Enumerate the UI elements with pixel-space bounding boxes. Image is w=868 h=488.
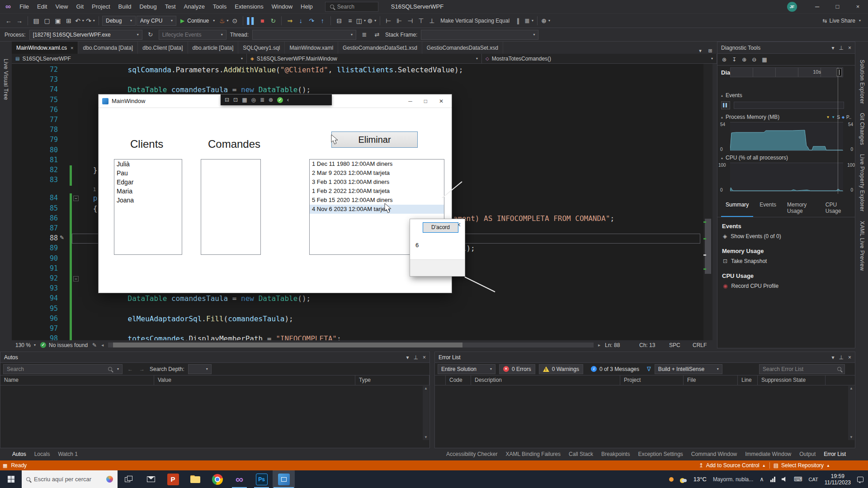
diag-tab-memory-usage[interactable]: Memory Usage (783, 200, 819, 217)
taskbar-task-view[interactable] (118, 470, 140, 488)
search-input[interactable]: Search ▾ (3, 364, 123, 374)
code-text[interactable]: { (93, 204, 98, 213)
collapse-toolbar-icon[interactable]: ‹ (287, 97, 289, 103)
display-layout-adorners-icon[interactable]: ▦ (242, 97, 247, 103)
step-into-icon[interactable]: ↓ (296, 15, 306, 26)
rail-tab-git-changes[interactable]: Git Changes (859, 113, 865, 145)
xaml-hot-reload-options-icon[interactable]: ◫▾ (356, 15, 366, 26)
space-indicator[interactable]: SPC (669, 342, 688, 348)
show-events-link[interactable]: ◈ Show Events (0 of 0) (717, 230, 855, 242)
live-share-button[interactable]: ⇆Live Share▾ (819, 18, 864, 24)
taskbar-wpf-app[interactable] (273, 470, 295, 488)
menu-edit[interactable]: Edit (33, 3, 51, 10)
doc-tab[interactable]: GestioComandesDataSet.xsd (422, 42, 503, 54)
solution-platform-dropdown[interactable]: Any CPU▾ (137, 16, 176, 26)
taskbar-photoshop[interactable]: Ps (250, 470, 273, 488)
editor-vertical-scrollbar[interactable] (703, 64, 712, 340)
list-item[interactable]: 4 Nov 6 2023 12:00AM tarjeta (310, 205, 444, 214)
weather-condition[interactable]: Mayorm. nubla... (713, 476, 753, 483)
close-icon[interactable]: × (423, 354, 426, 361)
panel-tab-watch-1[interactable]: Watch 1 (54, 448, 82, 460)
network-icon[interactable] (770, 477, 775, 482)
language-indicator[interactable]: CAT (809, 477, 818, 482)
maximize-button[interactable]: □ (827, 0, 848, 14)
cpu-section-header[interactable]: ▴CPU (% of all processors) (717, 153, 855, 163)
code-cleanup-icon[interactable]: ✎ (92, 342, 97, 348)
add-to-source-control-button[interactable]: ↥ Add to Source Control ▲ (699, 462, 766, 469)
solution-configuration-dropdown[interactable]: Debug▾ (102, 16, 136, 26)
error-search-input[interactable]: Search Error List (759, 364, 845, 374)
menu-debug[interactable]: Debug (135, 3, 160, 10)
show-threads-icon[interactable]: ≣ (360, 31, 369, 38)
prev-result-icon[interactable]: ← (126, 366, 134, 372)
thread-dropdown[interactable]: ▾ (252, 30, 356, 40)
close-icon[interactable]: × (848, 354, 851, 361)
zoom-level-dropdown[interactable]: 130 %▾ (15, 342, 36, 348)
panel-tab-accessibility-checker[interactable]: Accessibility Checker (442, 448, 501, 460)
apply-code-changes-icon[interactable]: ⊙ (230, 15, 240, 26)
show-visual-tree-icon[interactable]: ≣ (260, 97, 264, 103)
column-name[interactable]: Name (0, 375, 154, 385)
pin-icon[interactable]: ⊥ (414, 354, 418, 361)
menu-project[interactable]: Project (88, 3, 114, 10)
diag-tab-cpu-usage[interactable]: CPU Usage (821, 200, 851, 217)
list-item[interactable]: Pau (114, 169, 182, 178)
horizontal-scrollbar[interactable] (108, 343, 594, 347)
align-centers-icon[interactable]: ⊩ (394, 15, 404, 26)
pin-icon[interactable]: ⊥ (839, 45, 844, 51)
close-tab-icon[interactable]: × (71, 45, 73, 51)
rail-tab-live-visual-tree[interactable]: Live Visual Tree (3, 59, 9, 100)
redo-icon[interactable]: ↷▾ (85, 15, 95, 26)
column-icon[interactable] (435, 375, 446, 385)
taskbar-powerpoint[interactable]: P (162, 470, 184, 488)
account-avatar[interactable]: JF (787, 2, 797, 12)
app-minimize-button[interactable]: ─ (408, 98, 412, 104)
breadcrumb-class[interactable]: ◈S16SQLServerWPF.MainWindow▾ (247, 54, 482, 63)
panel-tab-output[interactable]: Output (795, 448, 820, 460)
process-dropdown[interactable]: [18276] S16SQLServerWPF.exe▾ (29, 30, 142, 40)
list-item[interactable]: Maria (114, 187, 182, 196)
scrollbar-thumb[interactable] (113, 343, 462, 347)
select-element-icon[interactable]: ⊡ (233, 97, 238, 103)
stop-debugging-icon[interactable]: ■ (257, 15, 267, 26)
column-type[interactable]: Type (355, 375, 429, 385)
source-dropdown[interactable]: Build + IntelliSense▾ (655, 364, 722, 374)
fold-marker-icon[interactable]: − (73, 276, 79, 282)
errors-filter-button[interactable]: × 0 Errors (499, 364, 535, 374)
doc-tab[interactable]: dbo.Comanda [Data] (78, 42, 138, 54)
taskbar-mail[interactable] (140, 470, 162, 488)
show-next-statement-icon[interactable]: ⇒ (285, 15, 295, 26)
record-cpu-profile-link[interactable]: ◉ Record CPU Profile (717, 280, 855, 292)
open-file-icon[interactable]: ▢ (42, 15, 52, 26)
column-description[interactable]: Description (471, 375, 620, 385)
clients-listbox[interactable]: JuliàPauEdgarMariaJoana (114, 159, 182, 255)
background-tasks-icon[interactable]: ▦ (3, 463, 7, 469)
scroll-left-icon[interactable]: ◂ (101, 343, 104, 347)
list-item[interactable]: 3 Feb 1 2003 12:00AM diners (310, 178, 444, 187)
list-item[interactable]: 2 Mar 9 2023 12:00AM tarjeta (310, 169, 444, 178)
search-depth-dropdown[interactable]: ▾ (188, 364, 212, 374)
live-visual-tree-icon[interactable]: ⊟ (334, 15, 344, 26)
column-indicator[interactable]: Ch: 13 (639, 342, 665, 348)
list-item[interactable]: Joana (114, 196, 182, 205)
step-out-icon[interactable]: ↑ (317, 15, 327, 26)
filter-icon[interactable]: ∇ (647, 366, 651, 372)
application-insights-icon[interactable]: ⊚▾ (367, 15, 377, 26)
zoom-in-icon[interactable]: ⊕ (742, 56, 746, 63)
menu-extensions[interactable]: Extensions (231, 3, 268, 10)
pin-icon[interactable]: ⊥ (839, 354, 844, 361)
memory-section-header[interactable]: ▴Process Memory (MB) ▼ ▼ S ◆ P.. (717, 112, 855, 122)
doc-tab[interactable]: MainWindow.xaml.cs× (12, 42, 78, 54)
warnings-filter-button[interactable]: 0 Warnings (539, 364, 583, 374)
chevron-down-icon[interactable]: ▾ (832, 354, 835, 361)
doc-tab[interactable]: GestioComandesDataSet1.xsd (338, 42, 422, 54)
refresh-process-icon[interactable]: ↻ (146, 31, 155, 38)
pause-events-icon[interactable]: ▌▌ (721, 101, 730, 109)
menu-build[interactable]: Build (114, 3, 136, 10)
issues-indicator[interactable]: ✓ No issues found (40, 342, 88, 348)
select-repository-button[interactable]: ▤ Select Repository ▲ (774, 462, 830, 469)
rail-tab-xaml-live-preview[interactable]: XAML Live Preview (859, 221, 865, 271)
weather-temperature[interactable]: 13°C (693, 476, 707, 483)
taskbar-file-explorer[interactable] (184, 470, 206, 488)
eliminar-button[interactable]: Eliminar (331, 131, 418, 148)
